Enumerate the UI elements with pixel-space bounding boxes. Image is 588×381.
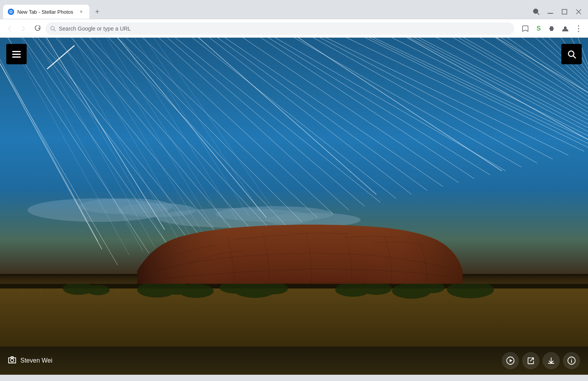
bookmark-button[interactable]	[519, 22, 532, 35]
browser-chrome: New Tab - Stellar Photos × +	[0, 0, 588, 38]
svg-point-130	[571, 359, 572, 359]
address-bar-text: Search Google or type a URL	[59, 25, 510, 32]
minimize-button[interactable]	[544, 5, 557, 18]
bottom-bar-right	[502, 352, 580, 369]
overlay-search-button[interactable]	[561, 44, 582, 64]
chrome-menu-button[interactable]	[572, 22, 585, 35]
overlay-menu-button[interactable]	[6, 44, 27, 64]
tab-close-button[interactable]: ×	[78, 8, 85, 15]
extension-s-button[interactable]: S	[532, 22, 545, 35]
toolbar-right: S	[516, 22, 585, 35]
svg-point-9	[578, 25, 579, 26]
svg-point-125	[11, 359, 14, 362]
bottom-bar-left: Steven Wei	[8, 356, 502, 366]
search-icon	[50, 26, 56, 31]
svg-line-124	[573, 56, 576, 58]
refresh-button[interactable]	[31, 22, 44, 35]
svg-point-10	[578, 28, 579, 29]
svg-point-11	[578, 31, 579, 32]
foreground-grass	[0, 284, 588, 347]
tab-favicon	[8, 9, 14, 15]
svg-point-112	[178, 284, 214, 298]
hamburger-icon	[12, 51, 21, 58]
new-tab-button[interactable]: +	[91, 5, 103, 18]
svg-line-7	[54, 29, 56, 31]
play-button[interactable]	[502, 352, 519, 369]
forward-button[interactable]	[17, 22, 30, 35]
address-bar-row: Search Google or type a URL S	[0, 19, 588, 38]
svg-rect-2	[548, 13, 553, 14]
address-bar[interactable]: Search Google or type a URL	[45, 22, 514, 35]
extensions-button[interactable]	[546, 22, 558, 35]
camera-icon	[8, 356, 16, 366]
svg-rect-3	[562, 9, 567, 14]
back-button[interactable]	[3, 22, 16, 35]
bottom-bar: Steven Wei	[0, 347, 588, 375]
tab-title: New Tab - Stellar Photos	[17, 9, 74, 15]
profile-button[interactable]	[559, 22, 572, 35]
svg-point-122	[86, 285, 110, 295]
info-button[interactable]	[563, 352, 580, 369]
maximize-button[interactable]	[558, 5, 571, 18]
svg-marker-127	[510, 359, 512, 362]
photographer-name: Steven Wei	[20, 357, 53, 364]
tab-bar: New Tab - Stellar Photos × +	[0, 0, 588, 19]
svg-point-1	[10, 11, 12, 13]
tab-bar-right-controls	[530, 5, 588, 18]
tab-search-button[interactable]	[530, 5, 543, 18]
active-tab[interactable]: New Tab - Stellar Photos ×	[3, 5, 89, 19]
search-icon	[567, 49, 576, 59]
close-window-button[interactable]	[572, 5, 585, 18]
main-content: Steven Wei	[0, 38, 588, 375]
download-button[interactable]	[543, 352, 560, 369]
external-link-button[interactable]	[522, 352, 539, 369]
